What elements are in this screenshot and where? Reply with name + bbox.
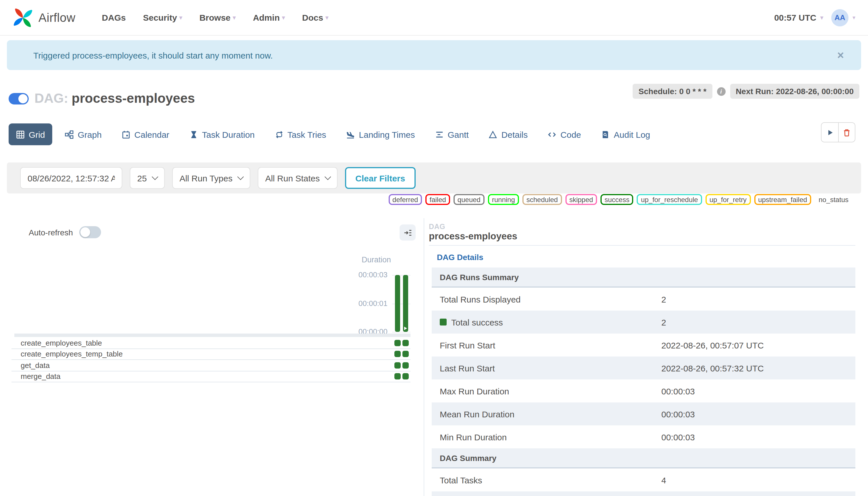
dag-pause-toggle[interactable] [9, 93, 29, 104]
main-nav: DAGsSecurity▾Browse▾Admin▾Docs▾ [102, 13, 328, 22]
chevron-down-icon: ▾ [180, 15, 182, 20]
nav-item-admin[interactable]: Admin▾ [253, 13, 285, 22]
top-navbar: Airflow DAGsSecurity▾Browse▾Admin▾Docs▾ … [0, 0, 868, 35]
schedule-badge: Schedule: 0 0 * * * [633, 84, 712, 99]
task-instance-success[interactable] [402, 362, 409, 368]
section-header-label: DAG Summary [432, 453, 661, 462]
dag-run-bar-manual[interactable] [403, 275, 408, 332]
row-value: 2 [661, 294, 666, 304]
clock-dropdown[interactable]: 00:57 UTC ▾ [774, 13, 823, 22]
nav-item-security[interactable]: Security▾ [143, 13, 182, 22]
trigger-dag-button[interactable] [822, 123, 838, 142]
toggle-details-panel-button[interactable] [400, 224, 416, 241]
tab-label: Landing Times [359, 129, 415, 139]
legend-badge-queued: queued [453, 194, 484, 205]
task-instance-success[interactable] [394, 340, 401, 346]
tab-label: Audit Log [614, 129, 650, 139]
y-tick-label: 00:00:03 [347, 270, 388, 279]
base-date-input[interactable] [20, 167, 122, 189]
tab-graph[interactable]: Graph [58, 123, 109, 145]
row-value: 00:00:03 [661, 432, 695, 442]
tab-task-duration[interactable]: Task Duration [182, 123, 262, 145]
task-name[interactable]: create_employees_table [21, 339, 102, 347]
task-instance-success[interactable] [394, 351, 401, 357]
legend-badge-success: success [601, 194, 634, 205]
section-header-label: DAG Runs Summary [432, 273, 661, 282]
tab-label: Grid [29, 129, 45, 139]
graph-icon [65, 130, 74, 139]
nav-item-dags[interactable]: DAGs [102, 13, 126, 22]
tab-calendar[interactable]: Calendar [114, 123, 177, 145]
chevron-down-icon: ▾ [233, 15, 236, 20]
trash-icon [843, 128, 851, 136]
filter-bar: 25 All Run Types All Run States Clear Fi… [7, 162, 861, 193]
nav-item-browse[interactable]: Browse▾ [200, 13, 236, 22]
legend-badge-skipped: skipped [565, 194, 597, 205]
task-name[interactable]: create_employees_temp_table [21, 350, 123, 358]
row-label: Max Run Duration [432, 386, 661, 396]
dag-header: DAG:process-employees [9, 91, 195, 106]
legend-badge-scheduled: scheduled [523, 194, 562, 205]
task-instance-success[interactable] [394, 362, 401, 368]
user-menu[interactable]: AA ▾ [831, 9, 855, 26]
tab-landing-times[interactable]: Landing Times [339, 123, 422, 145]
success-swatch [440, 319, 447, 326]
table-section-header: DAG Summary [432, 448, 855, 468]
run-states-select[interactable]: All Run States [258, 167, 338, 189]
task-name[interactable]: get_data [21, 361, 50, 370]
task-instance-success[interactable] [394, 373, 401, 379]
gantt-icon [435, 130, 444, 139]
row-value: 2022-08-26, 00:57:07 UTC [661, 340, 764, 350]
tab-gantt[interactable]: Gantt [428, 123, 476, 145]
info-icon[interactable]: i [717, 87, 725, 96]
clear-filters-button[interactable]: Clear Filters [345, 167, 415, 189]
dag-details-link[interactable]: DAG Details [437, 252, 483, 262]
dag-name: process-employees [72, 91, 195, 106]
tab-grid[interactable]: Grid [9, 123, 52, 145]
auto-refresh-toggle[interactable] [79, 226, 101, 238]
tab-audit-log[interactable]: Audit Log [593, 123, 657, 145]
chevron-down-icon [237, 174, 244, 180]
task-name[interactable]: merge_data [21, 372, 61, 381]
nav-item-docs[interactable]: Docs▾ [302, 13, 328, 22]
details-dag-name: process-employees [429, 231, 517, 242]
row-value: 2 [661, 317, 666, 327]
row-value: 4 [661, 475, 666, 485]
table-row: Mean Run Duration00:00:03 [432, 402, 855, 425]
page-size-select[interactable]: 25 [130, 167, 165, 189]
hourglass-icon [189, 130, 198, 139]
audit-icon [601, 130, 610, 139]
tab-code[interactable]: Code [541, 123, 589, 145]
legend-badge-running: running [488, 194, 519, 205]
task-instance-success[interactable] [402, 340, 409, 346]
auto-refresh-control: Auto-refresh [29, 226, 101, 238]
table-row: Last Run Start2022-08-26, 00:57:32 UTC [432, 356, 855, 379]
chevron-down-icon: ▾ [852, 15, 855, 20]
close-icon[interactable]: × [837, 48, 844, 62]
y-tick-label: 00:00:01 [347, 299, 388, 307]
row-label: Total Runs Displayed [432, 294, 661, 304]
table-row: Total success2 [432, 311, 855, 334]
legend-badge-up-for-reschedule: up_for_reschedule [637, 194, 702, 205]
tab-label: Graph [78, 129, 102, 139]
panel-divider [424, 218, 424, 496]
run-axis-strip [14, 334, 410, 337]
avatar: AA [831, 9, 849, 26]
landing-icon [346, 130, 355, 139]
task-instance-success[interactable] [402, 351, 409, 357]
trigger-alert: Triggered process-employees, it should s… [7, 40, 861, 70]
tab-task-tries[interactable]: Task Tries [267, 123, 334, 145]
run-types-select[interactable]: All Run Types [172, 167, 250, 189]
delete-dag-button[interactable] [838, 123, 855, 142]
airflow-home-link[interactable]: Airflow [13, 7, 76, 28]
task-instance-success[interactable] [402, 373, 409, 379]
task-row: create_employees_temp_table [12, 349, 410, 360]
retry-icon [275, 130, 283, 139]
status-legend: deferredfailedqueuedrunningscheduledskip… [388, 194, 849, 205]
table-row-partial [432, 492, 855, 496]
row-label: First Run Start [432, 340, 661, 350]
tab-details[interactable]: Details [481, 123, 535, 145]
dag-details-table: DAG Runs SummaryTotal Runs Displayed2Tot… [432, 267, 855, 496]
legend-badge-deferred: deferred [388, 194, 422, 205]
dag-run-bar-scheduled[interactable] [395, 275, 400, 332]
